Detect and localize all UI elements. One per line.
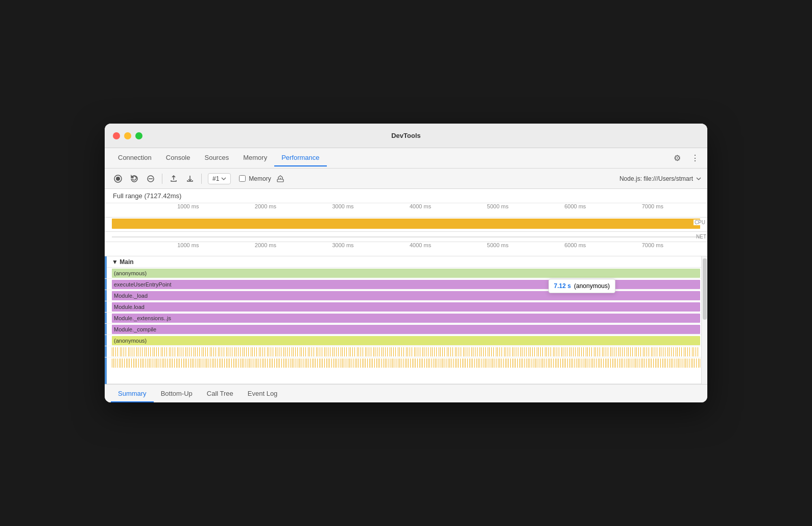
close-button[interactable] <box>113 132 120 139</box>
minimize-button[interactable] <box>124 132 131 139</box>
main-label: ▼ Main <box>112 258 134 266</box>
tab-call-tree[interactable]: Call Tree <box>200 387 241 402</box>
anonymous2-label: (anonymous) <box>114 338 147 344</box>
titlebar: DevTools <box>105 124 707 148</box>
upload-button[interactable] <box>166 173 181 185</box>
flame-row-module-load[interactable]: Module._load <box>105 290 707 301</box>
dense-bars-1 <box>105 346 707 357</box>
tab-performance[interactable]: Performance <box>274 150 326 166</box>
tooltip-time: 7.12 s <box>554 282 571 290</box>
tabs-bar: Connection Console Sources Memory Perfor… <box>105 148 707 169</box>
main-content: Full range (7127.42ms) 1000 ms 2000 ms 3… <box>105 189 707 384</box>
tooltip: 7.12 s (anonymous) <box>548 279 615 293</box>
clear-button[interactable] <box>144 173 158 185</box>
anonymous1-label: (anonymous) <box>114 270 147 276</box>
net-label: NET <box>696 234 706 240</box>
cpu-section: CPU <box>105 219 707 232</box>
tab-summary[interactable]: Summary <box>111 387 154 402</box>
flame-row-compile[interactable]: Module._compile <box>105 324 707 335</box>
tab-sources[interactable]: Sources <box>197 150 236 166</box>
ruler2-6000: 6000 ms <box>564 242 586 248</box>
bottom-ruler: 1000 ms 2000 ms 3000 ms 4000 ms 5000 ms … <box>105 242 707 256</box>
ruler-7000: 7000 ms <box>642 203 663 209</box>
flame-row-anonymous2[interactable]: (anonymous) <box>105 335 707 346</box>
ruler-1000: 1000 ms <box>177 203 199 209</box>
ruler-2000: 2000 ms <box>255 203 276 209</box>
clean-button[interactable] <box>273 173 288 185</box>
tab-memory[interactable]: Memory <box>236 150 274 166</box>
top-ruler: 1000 ms 2000 ms 3000 ms 4000 ms 5000 ms … <box>105 203 707 218</box>
extensions-label: Module._extensions..js <box>114 315 171 321</box>
traffic-lights <box>113 132 142 139</box>
scrollbar[interactable] <box>701 256 707 384</box>
ruler-6000: 6000 ms <box>564 203 586 209</box>
toolbar-divider-2 <box>201 174 202 184</box>
tabs-right-actions: ⚙ ⋮ <box>672 151 701 165</box>
toolbar-divider-1 <box>162 174 162 184</box>
range-label: Full range (7127.42ms) <box>113 192 181 200</box>
scrollbar-thumb[interactable] <box>703 258 707 320</box>
svg-rect-4 <box>277 179 283 182</box>
tab-console[interactable]: Console <box>159 150 198 166</box>
flame-row-execute[interactable]: executeUserEntryPoint 7.12 s (anonymous) <box>105 279 707 290</box>
ruler2-3000: 3000 ms <box>332 242 353 248</box>
maximize-button[interactable] <box>135 132 142 139</box>
devtools-window: DevTools Connection Console Sources Memo… <box>105 124 707 402</box>
ruler2-5000: 5000 ms <box>487 242 509 248</box>
main-section-header: ▼ Main <box>105 256 707 268</box>
cpu-label: CPU <box>694 220 706 225</box>
flame-row-anonymous1[interactable]: (anonymous) <box>105 268 707 279</box>
node-selector[interactable]: Node.js: file:///Users/stmart <box>619 175 701 182</box>
ruler-5000: 5000 ms <box>487 203 509 209</box>
download-button[interactable] <box>183 173 197 185</box>
tab-bottom-up[interactable]: Bottom-Up <box>154 387 200 402</box>
window-title: DevTools <box>391 132 421 139</box>
flame-chart: ▼ Main (anonymous) executeUserEntryPoint… <box>105 256 707 384</box>
ruler2-7000: 7000 ms <box>642 242 663 248</box>
svg-point-1 <box>116 177 120 181</box>
module-load-label: Module._load <box>114 293 148 299</box>
tooltip-label: (anonymous) <box>574 282 610 290</box>
ruler2-1000: 1000 ms <box>177 242 199 248</box>
module-load2-label: Module.load <box>114 304 145 310</box>
session-selector[interactable]: #1 <box>208 173 231 184</box>
session-label: #1 <box>212 175 219 182</box>
memory-checkbox-label[interactable]: Memory <box>239 175 271 182</box>
range-header: Full range (7127.42ms) <box>105 189 707 203</box>
performance-toolbar: #1 Memory Node.js: file:///Users/stmart <box>105 169 707 189</box>
settings-button[interactable]: ⚙ <box>672 151 683 165</box>
ruler2-2000: 2000 ms <box>255 242 276 248</box>
node-label: Node.js: file:///Users/stmart <box>619 175 693 182</box>
compile-label: Module._compile <box>114 326 156 332</box>
tab-connection[interactable]: Connection <box>111 150 159 166</box>
bottom-tabs-bar: Summary Bottom-Up Call Tree Event Log <box>105 384 707 402</box>
ruler-4000: 4000 ms <box>410 203 431 209</box>
flame-row-extensions[interactable]: Module._extensions..js <box>105 313 707 324</box>
flame-row-module-load2[interactable]: Module.load <box>105 301 707 313</box>
reload-record-button[interactable] <box>127 173 141 185</box>
ruler2-4000: 4000 ms <box>410 242 431 248</box>
execute-label: executeUserEntryPoint <box>114 281 172 288</box>
ruler-3000: 3000 ms <box>332 203 353 209</box>
more-button[interactable]: ⋮ <box>689 151 701 165</box>
memory-checkbox-text: Memory <box>249 175 271 182</box>
tab-event-log[interactable]: Event Log <box>241 387 285 402</box>
empty-space <box>105 369 707 384</box>
dense-bars-2 <box>105 357 707 369</box>
record-button[interactable] <box>111 173 125 185</box>
net-section: NET <box>105 232 707 242</box>
memory-checkbox-input[interactable] <box>239 175 246 182</box>
